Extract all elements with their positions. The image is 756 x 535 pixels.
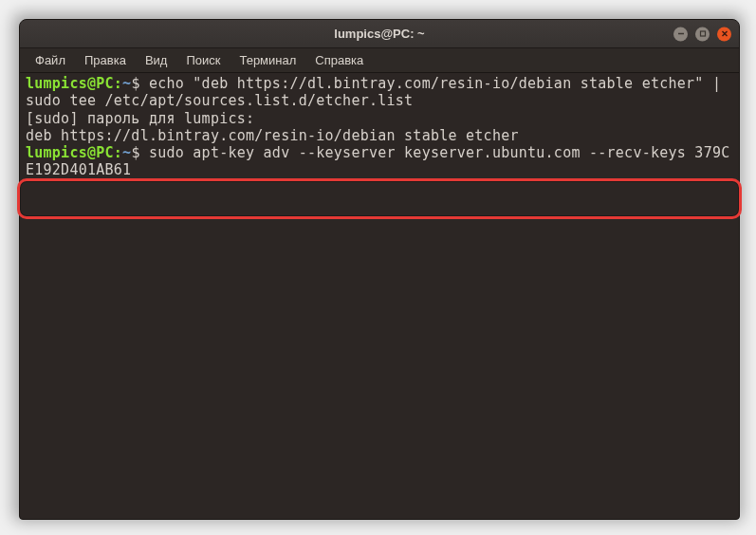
terminal-body[interactable]: lumpics@PC:~$ echo "deb https://dl.bintr… — [20, 73, 739, 519]
terminal-line-2: [sudo] пароль для lumpics: — [26, 110, 733, 127]
close-button[interactable] — [717, 27, 731, 41]
prompt-userhost: lumpics@PC: — [26, 144, 122, 161]
titlebar[interactable]: lumpics@PC: ~ — [20, 20, 739, 48]
minimize-icon — [677, 30, 685, 38]
menu-edit[interactable]: Правка — [77, 50, 134, 70]
maximize-button[interactable] — [695, 27, 710, 41]
prompt-dollar: $ — [131, 75, 139, 92]
prompt-path: ~ — [122, 75, 131, 92]
window-title: lumpics@PC: ~ — [334, 27, 424, 41]
maximize-icon — [699, 30, 707, 38]
terminal-line-1: lumpics@PC:~$ echo "deb https://dl.bintr… — [26, 75, 733, 110]
menu-terminal[interactable]: Терминал — [231, 50, 304, 70]
prompt-path: ~ — [122, 144, 131, 161]
prompt-dollar: $ — [131, 144, 139, 161]
terminal-window: lumpics@PC: ~ Файл Правка Вид Поиск Терм… — [19, 19, 740, 520]
close-icon — [721, 30, 728, 38]
menu-help[interactable]: Справка — [307, 50, 371, 70]
minimize-button[interactable] — [673, 27, 688, 41]
window-controls — [673, 27, 731, 41]
terminal-line-4: lumpics@PC:~$ sudo apt-key adv --keyserv… — [26, 144, 733, 179]
terminal-line-3: deb https://dl.bintray.com/resin-io/debi… — [26, 127, 733, 144]
menu-search[interactable]: Поиск — [178, 50, 228, 70]
menubar: Файл Правка Вид Поиск Терминал Справка — [20, 48, 739, 73]
menu-view[interactable]: Вид — [138, 50, 175, 70]
menu-file[interactable]: Файл — [28, 50, 73, 70]
prompt-userhost: lumpics@PC: — [26, 75, 122, 92]
svg-rect-1 — [700, 31, 705, 36]
